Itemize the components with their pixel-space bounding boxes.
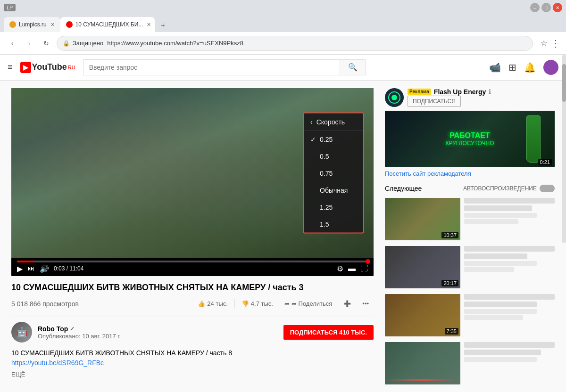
ad-thumbnail[interactable]: РАБОТАЕТ КРУГЛОСУТОЧНО 0:21	[385, 111, 555, 167]
ad-bottle	[526, 115, 541, 163]
browser-menu-button[interactable]: ⋮	[551, 38, 560, 49]
channel-info: Robo Top ✓ Опубликовано: 10 авг. 2017 г.	[38, 325, 278, 340]
back-arrow-icon: ‹	[310, 118, 313, 125]
speed-option-025[interactable]: ✓ 0.25	[304, 131, 363, 147]
more-button[interactable]: •••	[358, 297, 374, 310]
speed-option-15[interactable]: 1.5	[304, 215, 363, 232]
video-info-1	[464, 198, 555, 240]
share-button[interactable]: ➦ ➦ Поделиться	[280, 297, 337, 310]
tab-close-lumpics[interactable]: ✕	[50, 22, 55, 28]
new-tab-button[interactable]: +	[157, 19, 170, 32]
settings-button[interactable]: ⚙	[337, 264, 343, 273]
share-label: ➦ Поделиться	[291, 300, 332, 307]
ad-subscribe-button[interactable]: ПОДПИСАТЬСЯ	[408, 96, 461, 107]
dislike-icon: 👎	[241, 300, 249, 307]
controls-right: ⚙ ▬ ⛶	[337, 264, 368, 273]
upload-icon[interactable]: 📹	[489, 62, 501, 73]
speed-option-05[interactable]: 0.5	[304, 147, 363, 164]
ad-name: Flash Up Energy	[434, 88, 486, 96]
speed-option-075[interactable]: 0.75	[304, 164, 363, 181]
list-item[interactable]: 10:37	[385, 198, 555, 240]
lock-icon: 🔒	[63, 40, 70, 47]
subscribe-button[interactable]: ПОДПИСАТЬСЯ 410 ТЫС.	[283, 325, 374, 340]
ad-thumb-text1: РАБОТАЕТ	[445, 131, 494, 140]
ad-info-icon[interactable]: ℹ	[489, 88, 491, 95]
search-container: 🔍	[83, 59, 366, 75]
video-description: 10 СУМАСШЕДШИХ БИТВ ЖИВОТНЫХ СНЯТЫХ НА К…	[11, 348, 374, 379]
speed-option-125[interactable]: 1.25	[304, 198, 363, 215]
user-avatar[interactable]	[543, 60, 558, 75]
ad-visit-link[interactable]: Посетить сайт рекламодателя	[385, 170, 555, 177]
speed-option-normal[interactable]: Обычная	[304, 181, 363, 198]
search-input[interactable]	[83, 59, 340, 75]
progress-bar[interactable]	[17, 261, 368, 262]
tab-lumpics[interactable]: Lumpics.ru ✕	[4, 17, 60, 32]
video-title: 10 СУМАСШЕДШИХ БИТВ ЖИВОТНЫХ СНЯТЫХ НА К…	[11, 282, 374, 294]
next-button[interactable]: ⏭	[27, 264, 35, 273]
time-current: 0:03	[54, 265, 65, 272]
minimize-button[interactable]: –	[530, 3, 540, 12]
scrollbar-thumb[interactable]	[562, 64, 566, 102]
ad-info: Реклама Flash Up Energy ℹ ПОДПИСАТЬСЯ	[408, 88, 555, 107]
video-thumb-3: 7:35	[385, 294, 460, 336]
autoplay-toggle[interactable]	[540, 185, 555, 192]
list-item[interactable]: 20:17	[385, 246, 555, 288]
video-title-blur-3	[464, 294, 555, 300]
refresh-button[interactable]: ↻	[40, 37, 53, 50]
play-button[interactable]: ▶	[17, 264, 23, 273]
description-line1: 10 СУМАСШЕДШИХ БИТВ ЖИВОТНЫХ СНЯТЫХ НА К…	[11, 348, 374, 358]
ad-thumb-content: РАБОТАЕТ КРУГЛОСУТОЧНО	[445, 131, 494, 147]
notifications-icon[interactable]: 🔔	[524, 62, 536, 73]
bookmark-button[interactable]: ☆	[541, 39, 547, 48]
time-total: 11:04	[69, 265, 83, 272]
browser-chrome: LP – □ ✕ Lumpics.ru ✕ 10 СУМАСШЕДШИХ БИ.…	[0, 0, 566, 55]
back-button[interactable]: ‹	[6, 37, 19, 50]
volume-button[interactable]: 🔊	[40, 264, 49, 273]
like-count: 24 тыс.	[207, 300, 227, 307]
channel-avatar-inner: 🤖	[11, 322, 32, 343]
video-stats: 5 018 866 просмотров 👍 24 тыс. 👎 4,7 тыс…	[11, 297, 374, 316]
ad-duration: 0:21	[538, 159, 552, 165]
ad-avatar-icon	[385, 88, 404, 107]
theater-button[interactable]: ▬	[348, 264, 356, 273]
ad-badge: Реклама	[408, 89, 431, 95]
speed-label-05: 0.5	[320, 152, 329, 160]
maximize-button[interactable]: □	[541, 3, 551, 12]
next-label: Следующее	[385, 185, 422, 192]
tab-icon-lumpics	[9, 21, 16, 28]
dislike-button[interactable]: 👎 4,7 тыс.	[237, 297, 278, 310]
time-display: 0:03 / 11:04	[54, 265, 83, 272]
autoplay-control: АВТОВОСПРОИЗВЕДЕНИЕ	[463, 185, 555, 192]
action-divider	[234, 299, 235, 309]
tab-close-youtube[interactable]: ✕	[147, 22, 151, 28]
list-item[interactable]: 7:35	[385, 294, 555, 336]
channel-avatar[interactable]: 🤖	[11, 322, 32, 343]
fullscreen-button[interactable]: ⛶	[360, 264, 368, 273]
window-controls: – □ ✕	[530, 3, 562, 12]
channel-row: 🤖 Robo Top ✓ Опубликовано: 10 авг. 2017 …	[11, 316, 374, 348]
speed-menu-header[interactable]: ‹ Скорость	[304, 113, 363, 131]
like-button[interactable]: 👍 24 тыс.	[193, 297, 232, 310]
search-button[interactable]: 🔍	[340, 59, 366, 75]
ad-avatar	[385, 88, 404, 107]
page-scrollbar[interactable]	[562, 55, 566, 243]
autoplay-label: АВТОВОСПРОИЗВЕДЕНИЕ	[463, 185, 537, 192]
thumb-arrow	[385, 379, 460, 381]
video-info-3	[464, 294, 555, 336]
show-more-button[interactable]: ЕЩЁ	[11, 370, 374, 379]
action-buttons: 👍 24 тыс. 👎 4,7 тыс. ➦ ➦ Поделиться ➕	[193, 297, 374, 310]
close-button[interactable]: ✕	[553, 3, 562, 12]
check-icon: ✓	[310, 135, 316, 143]
speed-label-normal: Обычная	[320, 186, 348, 194]
description-link[interactable]: https://youtu.be/dSR69G_RFBc	[11, 359, 104, 367]
forward-button[interactable]: ›	[23, 37, 36, 50]
youtube-logo[interactable]: ▶ YouTube RU	[20, 62, 75, 73]
menu-icon[interactable]: ≡	[8, 62, 13, 72]
address-bar[interactable]: 🔒 Защищено https://www.youtube.com/watch…	[57, 36, 533, 51]
list-item[interactable]	[385, 342, 555, 384]
dislike-count: 4,7 тыс.	[251, 300, 273, 307]
next-videos-header: Следующее АВТОВОСПРОИЗВЕДЕНИЕ	[385, 185, 555, 192]
apps-icon[interactable]: ⊞	[508, 62, 516, 73]
tab-youtube[interactable]: 10 СУМАСШЕДШИХ БИ... ✕	[60, 17, 155, 32]
add-button[interactable]: ➕	[339, 297, 356, 310]
